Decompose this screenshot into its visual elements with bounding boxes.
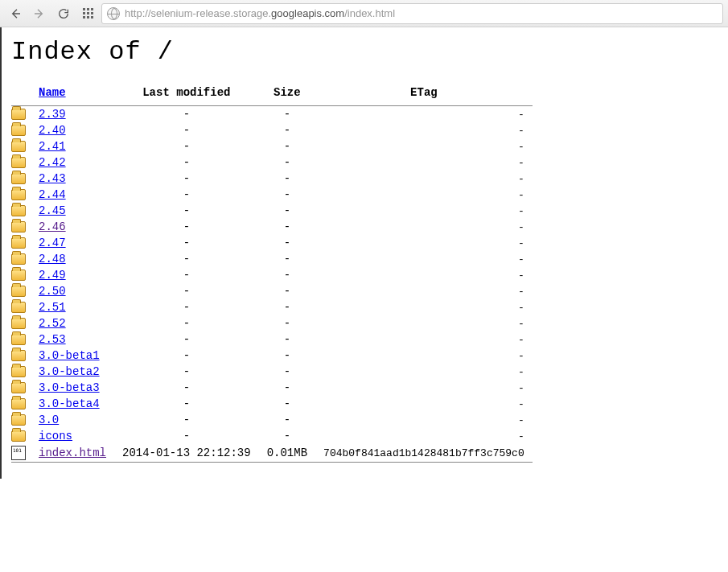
entry-link[interactable]: 2.51	[39, 301, 66, 314]
table-row: 2.46---	[11, 219, 533, 235]
entry-link[interactable]: 2.40	[39, 124, 66, 137]
entry-etag: 704b0f841aad1b1428481b7ff3c759c0	[315, 444, 533, 463]
entry-modified: -	[114, 219, 259, 235]
header-name[interactable]: Name	[39, 86, 66, 99]
entry-link[interactable]: 3.0-beta4	[39, 397, 100, 410]
apps-button[interactable]	[77, 3, 98, 24]
entry-size: -	[259, 219, 315, 235]
entry-modified: -	[114, 396, 259, 412]
entry-link[interactable]: 3.0-beta2	[39, 365, 100, 378]
entry-etag: -	[315, 348, 533, 364]
folder-icon	[11, 366, 26, 377]
table-row: 3.0-beta3---	[11, 380, 533, 396]
table-row: 2.49---	[11, 267, 533, 283]
back-button[interactable]	[5, 3, 26, 24]
folder-icon	[11, 302, 26, 313]
folder-icon	[11, 221, 26, 233]
table-row: 3.0-beta2---	[11, 364, 533, 380]
folder-icon	[11, 398, 26, 409]
header-size: Size	[259, 83, 315, 106]
entry-size: -	[259, 138, 315, 154]
folder-icon	[11, 334, 26, 345]
forward-button[interactable]	[29, 3, 50, 24]
folder-icon	[11, 125, 26, 136]
entry-etag: -	[315, 283, 533, 299]
entry-link[interactable]: 2.48	[39, 253, 66, 265]
table-row: 2.53---	[11, 331, 533, 348]
entry-link[interactable]: 2.44	[39, 188, 66, 201]
file-icon: 101 011 010	[11, 446, 26, 460]
table-row: 2.44---	[11, 187, 533, 203]
entry-etag: -	[315, 106, 533, 122]
folder-icon	[11, 253, 26, 265]
entry-link[interactable]: icons	[39, 430, 72, 442]
entry-link[interactable]: 2.43	[39, 172, 66, 185]
table-row: 2.41---	[11, 138, 533, 154]
reload-button[interactable]	[53, 3, 74, 24]
folder-icon	[11, 350, 26, 361]
table-row: 2.40---	[11, 122, 533, 138]
entry-link[interactable]: 2.49	[39, 269, 66, 282]
table-row: 3.0-beta1---	[11, 348, 533, 364]
entry-etag: -	[315, 380, 533, 396]
entry-link[interactable]: 2.45	[39, 204, 66, 217]
entry-link[interactable]: 2.47	[39, 237, 66, 249]
entry-modified: -	[114, 348, 259, 364]
entry-link[interactable]: 2.50	[39, 285, 66, 298]
entry-link[interactable]: 2.39	[39, 108, 66, 121]
entry-size: -	[259, 171, 315, 187]
entry-link[interactable]: 2.46	[39, 220, 66, 233]
entry-link[interactable]: 2.53	[39, 333, 66, 346]
entry-modified: -	[114, 171, 259, 187]
table-row: 2.52---	[11, 315, 533, 331]
table-row: 2.43---	[11, 171, 533, 187]
entry-modified: -	[114, 428, 259, 444]
table-row: 2.48---	[11, 251, 533, 267]
entry-modified: -	[114, 283, 259, 299]
table-row: 2.39---	[11, 106, 533, 122]
entry-size: -	[259, 251, 315, 267]
entry-link[interactable]: index.html	[39, 446, 106, 459]
entry-size: -	[259, 187, 315, 203]
table-row: 2.47---	[11, 235, 533, 251]
folder-icon	[11, 237, 26, 249]
entry-link[interactable]: 3.0-beta1	[39, 349, 100, 362]
entry-etag: -	[315, 412, 533, 428]
table-row: 2.42---	[11, 154, 533, 171]
entry-modified: -	[114, 364, 259, 380]
table-row: 2.51---	[11, 299, 533, 315]
folder-icon	[11, 430, 26, 442]
entry-size: -	[259, 267, 315, 283]
header-etag: ETag	[315, 83, 533, 106]
entry-link[interactable]: 2.41	[39, 140, 66, 153]
folder-icon	[11, 205, 26, 216]
folder-icon	[11, 318, 26, 329]
entry-link[interactable]: 3.0	[39, 414, 59, 426]
entry-size: -	[259, 428, 315, 444]
folder-icon	[11, 189, 26, 200]
apps-grid-icon	[78, 3, 98, 23]
entry-link[interactable]: 2.52	[39, 317, 66, 330]
entry-modified: -	[114, 187, 259, 203]
entry-etag: -	[315, 171, 533, 187]
table-row: 2.50---	[11, 283, 533, 299]
entry-etag: -	[315, 122, 533, 138]
address-bar[interactable]: http://selenium-release.storage.googleap…	[101, 3, 723, 24]
entry-etag: -	[315, 396, 533, 412]
directory-listing: Name Last modified Size ETag 2.39---2.40…	[11, 83, 533, 463]
entry-modified: -	[114, 203, 259, 219]
entry-size: -	[259, 348, 315, 364]
url-text: http://selenium-release.storage.googleap…	[125, 7, 395, 19]
entry-link[interactable]: 2.42	[39, 156, 66, 169]
table-row: 2.45---	[11, 203, 533, 219]
entry-etag: -	[315, 364, 533, 380]
entry-modified: -	[114, 331, 259, 348]
folder-icon	[11, 414, 26, 426]
entry-size: 0.01MB	[259, 444, 315, 463]
entry-link[interactable]: 3.0-beta3	[39, 381, 100, 394]
arrow-right-icon	[33, 7, 46, 20]
folder-icon	[11, 109, 26, 120]
folder-icon	[11, 382, 26, 393]
entry-modified: -	[114, 154, 259, 171]
entry-etag: -	[315, 219, 533, 235]
